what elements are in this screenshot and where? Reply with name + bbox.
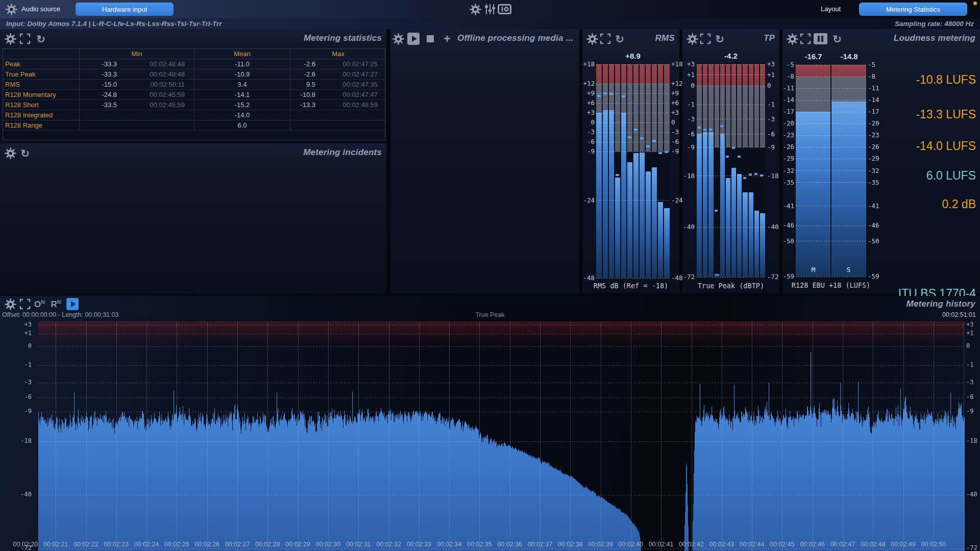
tp-panel-title: TP [764, 33, 775, 43]
history-time-label: 00:02:35 [463, 541, 495, 548]
layout-label[interactable]: Layout [821, 5, 841, 13]
loudness-gear-icon[interactable] [786, 33, 798, 45]
loudness-pause-button[interactable] [813, 33, 828, 45]
incidents-gear-icon[interactable] [4, 147, 16, 159]
offline-stop-button[interactable] [424, 33, 436, 45]
meter-scale-gridline [796, 241, 866, 241]
meter-column-separator [639, 64, 640, 278]
audio-source-gear-icon[interactable] [5, 3, 17, 15]
rms-panel-title: RMS [655, 33, 675, 43]
history-time-label: 00:02:40 [615, 541, 647, 548]
meter-tick-label: +6 [582, 99, 595, 107]
meter-column-separator [651, 64, 652, 278]
meter-scale-gridline [596, 200, 670, 201]
metering-history-panel: Otc Rtc Metering history Offset: 00:00:0… [0, 296, 980, 551]
loudness-metering-panel: ↻ Loudness metering -16.7 -14.8 MS R128 … [782, 29, 980, 293]
io-routing-icon[interactable] [497, 3, 511, 15]
audio-source-label: Audio source [21, 5, 60, 13]
meter-scale-gridline [796, 88, 866, 89]
history-y-tick: -1 [966, 361, 973, 368]
tp-expand-icon[interactable] [699, 33, 712, 45]
history-expand-icon[interactable] [19, 298, 31, 310]
meter-tick-label: +9 [582, 89, 595, 97]
offline-gear-icon[interactable] [392, 33, 404, 45]
peak-hold-marker [616, 174, 619, 176]
table-row: R128 Integrated-14.0 [3, 110, 385, 120]
meter-scale-gridline [796, 182, 866, 183]
meter-tick-label: -40 [682, 223, 695, 231]
history-time-label: 00:02:36 [494, 541, 526, 548]
meter-tick-label: -46 [782, 221, 794, 229]
history-y-tick: -3 [7, 379, 32, 386]
meter-tick-label: -11 [782, 84, 794, 92]
history-time-label: 00:02:46 [797, 541, 828, 548]
meter-scale-gridline [796, 206, 866, 206]
stats-reset-icon[interactable]: ↻ [35, 33, 47, 45]
history-return-timecode-icon[interactable]: Rtc [50, 298, 62, 310]
peak-hold-marker [597, 95, 601, 97]
offline-panel-title: Offline processing media ... [457, 33, 573, 43]
loudness-reset-icon[interactable]: ↻ [831, 33, 843, 45]
history-y-tick: +1 [7, 330, 32, 337]
history-offset-timecode-icon[interactable]: Otc [34, 298, 46, 310]
meter-tick-label: -1 [682, 101, 695, 108]
truepeak-history-graph[interactable] [38, 321, 965, 551]
metering-statistics-button[interactable]: Metering Statistics [859, 3, 967, 16]
table-row: True Peak-33.300:02:48:48-10.9-2.600:02:… [3, 69, 385, 80]
offline-add-button[interactable]: + [441, 33, 453, 45]
meter-column-separator [725, 64, 726, 277]
stats-gear-icon[interactable] [4, 33, 16, 45]
meter-tick-label: +1 [682, 71, 695, 79]
input-info-bar: Input: Dolby Atmos 7.1.4 | L-R-C-Lfe-Ls-… [0, 18, 980, 29]
meter-scale-gridline [596, 132, 670, 133]
peak-hold-marker [622, 95, 625, 97]
meter-tick-label: -14 [782, 96, 794, 104]
tp-reset-icon[interactable]: ↻ [714, 33, 726, 45]
readout-value: -14.0 LUFS [916, 139, 976, 153]
meter-tick-label: -46 [868, 221, 879, 229]
meter-scale-gridline [796, 77, 866, 77]
incidents-reset-icon[interactable]: ↻ [19, 147, 31, 159]
meter-tick-label: +3 [767, 60, 775, 68]
readout-value: -10.8 LUFS [916, 73, 976, 87]
mixer-sliders-icon[interactable] [484, 3, 496, 15]
history-y-tick: -1 [7, 361, 32, 368]
meter-column-separator [702, 64, 703, 277]
history-time-label: 00:02:47 [827, 541, 859, 548]
meter-scale-gridline [796, 226, 866, 226]
meter-tick-label: -48 [582, 274, 595, 282]
peak-hold-marker [603, 92, 607, 94]
readout-value: 0.2 dB [942, 197, 976, 211]
history-play-button[interactable] [66, 298, 79, 310]
meter-tick-label: -23 [782, 131, 794, 139]
hardware-input-button[interactable]: Hardware input [76, 3, 174, 16]
tp-max-value: -4.2 [697, 52, 765, 60]
history-y-tick: 0 [966, 342, 970, 349]
peak-hold-marker [749, 173, 752, 176]
tp-gear-icon[interactable] [686, 33, 698, 45]
settings-gear-icon[interactable] [469, 3, 481, 15]
momentary-bar-value: -16.7 [796, 52, 831, 61]
history-y-tick: -6 [966, 393, 973, 400]
offline-processing-panel: + Offline processing media ... [390, 29, 579, 293]
meter-scale-gridline [596, 64, 670, 65]
statistics-table: Min Mean Max Peak-33.300:02:48:48-11.0-2… [3, 48, 385, 140]
history-time-label: 00:02:43 [706, 541, 738, 548]
meter-bar [664, 208, 670, 278]
meter-tick-label: -17 [868, 108, 879, 115]
history-time-label: 00:02:37 [524, 541, 556, 548]
rms-gear-icon[interactable] [586, 33, 598, 45]
history-time-label: 00:02:34 [433, 541, 465, 548]
history-time-label: 00:02:21 [40, 541, 71, 548]
stats-expand-icon[interactable] [19, 33, 31, 45]
rms-expand-icon[interactable] [599, 33, 611, 45]
loudness-expand-icon[interactable] [799, 33, 812, 45]
rms-reset-icon[interactable]: ↻ [614, 33, 626, 45]
offline-play-button[interactable] [407, 33, 420, 45]
meter-tick-label: -50 [868, 237, 879, 245]
meter-tick-label: -41 [868, 202, 879, 210]
meter-column-separator [730, 64, 731, 277]
history-time-label: 00:02:24 [131, 541, 162, 548]
history-gear-icon[interactable] [4, 298, 16, 310]
metering-incidents-panel: ↻ Metering incidents [0, 143, 386, 293]
